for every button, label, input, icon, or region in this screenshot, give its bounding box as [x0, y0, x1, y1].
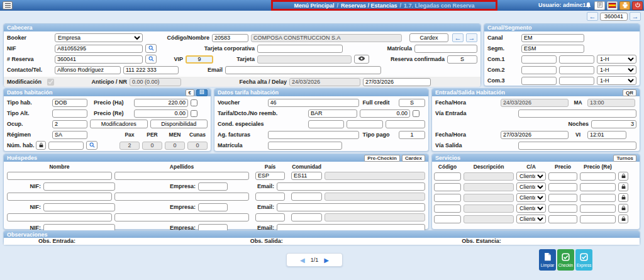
servicio-ca-select[interactable]: Cliente: [516, 204, 546, 213]
guest-empresa-input[interactable]: [198, 182, 228, 191]
servicio-precio-input[interactable]: [548, 172, 577, 181]
servicio-precio-re-input[interactable]: [580, 194, 616, 202]
guest-nombre-input[interactable]: [7, 193, 112, 201]
servicio-precio-re-input[interactable]: [580, 183, 616, 191]
canal-input[interactable]: [521, 34, 584, 42]
codigo-input[interactable]: [212, 34, 248, 42]
noches-input[interactable]: [591, 120, 636, 128]
servicio-ca-select[interactable]: Cliente: [516, 193, 546, 202]
servicio-ca-select[interactable]: Cliente: [516, 172, 546, 181]
com3-input-2[interactable]: [559, 77, 594, 85]
tarjeta-corporativa-input[interactable]: [257, 45, 343, 53]
dcto-input[interactable]: [360, 109, 410, 118]
servicio-precio-input[interactable]: [548, 183, 577, 191]
euro-button[interactable]: €: [186, 89, 194, 96]
com2-input-2[interactable]: [559, 66, 594, 74]
report-button[interactable]: [594, 1, 605, 10]
servicio-precio-re-input[interactable]: [580, 172, 616, 181]
servicio-precio-input[interactable]: [548, 204, 577, 213]
limpiar-button[interactable]: Limpiar: [539, 249, 556, 271]
breadcrumb-menu[interactable]: Menú Principal: [294, 3, 334, 9]
guest-comunidad-input[interactable]: [291, 213, 322, 221]
reserva-confirmada-input[interactable]: [447, 55, 477, 64]
planning-button[interactable]: [196, 89, 208, 96]
precio-re-checkbox[interactable]: [191, 110, 197, 117]
servicio-lock-button[interactable]: [618, 215, 628, 223]
precio-ha-input[interactable]: [134, 99, 188, 107]
checkin-button[interactable]: Checkin: [557, 249, 574, 271]
bell-icon[interactable]: [584, 1, 592, 10]
show-card-button[interactable]: [354, 55, 369, 64]
logout-button[interactable]: [632, 1, 643, 10]
qr-button[interactable]: QR: [623, 89, 636, 96]
matricula-tarifa-input[interactable]: [268, 142, 342, 150]
servicio-ca-select[interactable]: Cliente: [516, 182, 546, 191]
pre-checkin-button[interactable]: Pre-Checkin: [364, 155, 400, 162]
com1-tipo-select[interactable]: 1-H: [597, 55, 636, 64]
servicio-lock-button[interactable]: [618, 193, 628, 202]
print-button[interactable]: [619, 1, 630, 10]
ocup-input[interactable]: [52, 120, 87, 128]
tarifa-input[interactable]: [308, 109, 357, 118]
guest-nif-input[interactable]: [43, 203, 115, 211]
segmento-input[interactable]: [521, 45, 584, 53]
menu-icon[interactable]: [3, 1, 13, 9]
turnos-button[interactable]: Turnos: [613, 155, 636, 162]
express-button[interactable]: Express: [575, 249, 592, 271]
servicio-codigo-input[interactable]: [434, 183, 461, 191]
guest-pais-input[interactable]: [255, 172, 285, 180]
voucher-input[interactable]: [268, 99, 359, 107]
com1-input-2[interactable]: [559, 55, 594, 64]
next-reserva-button[interactable]: →: [466, 33, 477, 42]
servicio-lock-button[interactable]: [618, 182, 628, 191]
page-next-button[interactable]: ▶: [324, 257, 329, 264]
vip-input[interactable]: [186, 55, 213, 64]
guest-apellidos-input[interactable]: [114, 213, 249, 221]
guest-email-input[interactable]: [277, 182, 425, 191]
com2-input-1[interactable]: [521, 66, 557, 74]
cardex-guests-button[interactable]: Cardex: [402, 155, 425, 162]
disponibilidad-button[interactable]: Disponibilidad: [150, 120, 208, 128]
com2-tipo-select[interactable]: 1-H: [597, 65, 636, 74]
precio-ha-checkbox[interactable]: [191, 99, 197, 106]
guest-email-input[interactable]: [277, 203, 425, 211]
precio-re-input[interactable]: [134, 109, 188, 118]
full-credit-input[interactable]: [399, 99, 425, 107]
servicio-lock-button[interactable]: [618, 172, 628, 181]
num-hab-search-button[interactable]: [86, 141, 97, 150]
delay-input[interactable]: [363, 78, 431, 86]
servicio-codigo-input[interactable]: [434, 204, 461, 213]
com1-input-1[interactable]: [521, 55, 557, 64]
contacto-nombre-input[interactable]: [55, 66, 121, 74]
guest-empresa-input[interactable]: [198, 203, 228, 211]
com3-tipo-select[interactable]: 1-H: [597, 76, 636, 85]
guest-apellidos-input[interactable]: [114, 193, 249, 201]
servicio-lock-button[interactable]: [618, 204, 628, 213]
previous-record-button[interactable]: ←: [587, 12, 598, 21]
cond-especial-1-input[interactable]: [308, 120, 344, 128]
guest-nombre-input[interactable]: [7, 213, 112, 221]
next-record-button[interactable]: →: [630, 12, 641, 21]
guest-nif-input[interactable]: [43, 182, 115, 191]
reserva-search-button[interactable]: [145, 55, 157, 64]
hora-salida-input[interactable]: [587, 131, 626, 139]
com3-input-1[interactable]: [521, 77, 557, 85]
page-previous-button[interactable]: ◀: [300, 257, 305, 264]
email-input[interactable]: [225, 66, 381, 74]
language-flag-button[interactable]: [607, 1, 618, 10]
tipo-pago-input[interactable]: [399, 131, 425, 139]
modificadores-button[interactable]: Modificadores: [90, 120, 148, 128]
servicio-precio-input[interactable]: [548, 215, 577, 223]
servicio-ca-select[interactable]: Cliente: [516, 215, 546, 223]
num-hab-input[interactable]: [48, 142, 84, 150]
servicio-codigo-input[interactable]: [434, 172, 461, 181]
servicio-precio-re-input[interactable]: [580, 215, 616, 223]
servicio-codigo-input[interactable]: [434, 194, 461, 202]
guest-nombre-input[interactable]: [7, 172, 112, 180]
via-salida-input[interactable]: [518, 142, 636, 150]
guest-comunidad-input[interactable]: [291, 193, 322, 201]
servicio-codigo-input[interactable]: [434, 215, 461, 223]
reserva-input[interactable]: [55, 55, 143, 64]
regimen-input[interactable]: [52, 131, 87, 139]
fecha-salida-input[interactable]: [501, 131, 569, 139]
